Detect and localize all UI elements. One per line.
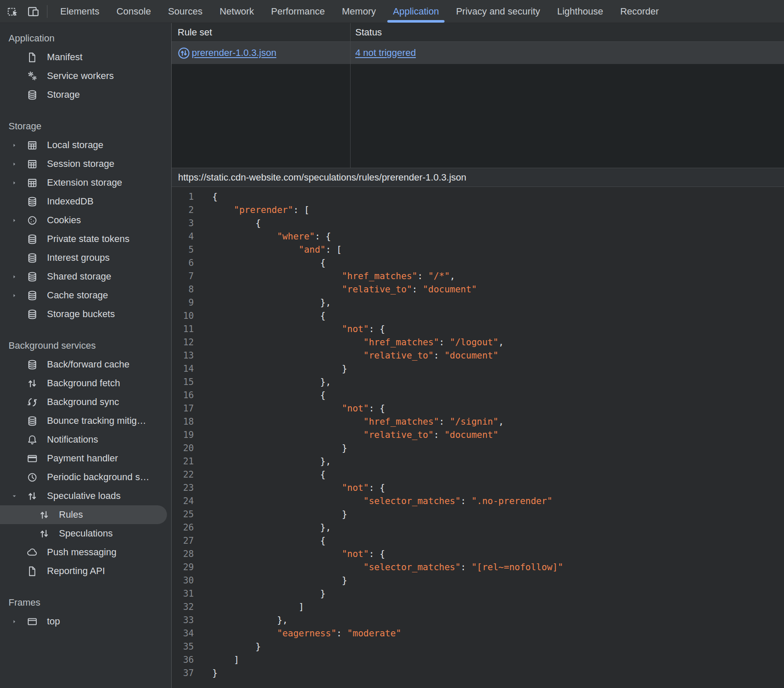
- sidebar-item-storage[interactable]: Storage: [0, 85, 171, 104]
- sidebar-item-session-storage[interactable]: Session storage: [0, 155, 171, 173]
- chevron-right-icon[interactable]: [11, 292, 26, 299]
- sidebar-item-periodic-background-s[interactable]: Periodic background s…: [0, 468, 171, 487]
- main-split: ApplicationManifestService workersStorag…: [0, 23, 784, 688]
- chevron-right-icon[interactable]: [11, 217, 26, 224]
- table-icon: [26, 177, 38, 189]
- chevron-right-icon: [11, 618, 18, 625]
- sidebar-item-payment-handler[interactable]: Payment handler: [0, 449, 171, 468]
- code-line-text: }: [212, 508, 347, 521]
- chevron-right-icon[interactable]: [11, 274, 26, 280]
- chevron-right-icon: [11, 274, 18, 280]
- sidebar-item-service-workers[interactable]: Service workers: [0, 67, 171, 85]
- rule-set-source-url: https://static.cdn-website.com/speculati…: [172, 168, 784, 187]
- line-number: 12: [172, 336, 194, 349]
- device-toolbar-icon: [27, 5, 40, 18]
- code-line: 21 },: [172, 455, 784, 468]
- line-number: 3: [172, 217, 194, 230]
- rule-set-row[interactable]: prerender-1.0.3.json 4 not triggered: [172, 42, 784, 64]
- sidebar-item-label: IndexedDB: [47, 196, 94, 207]
- line-number: 24: [172, 495, 194, 508]
- sidebar-item-bounce-tracking-mitig[interactable]: Bounce tracking mitig…: [0, 411, 171, 430]
- sidebar-item-speculations[interactable]: Speculations: [0, 524, 171, 543]
- tab-application[interactable]: Application: [384, 0, 448, 23]
- tab-console[interactable]: Console: [108, 0, 160, 23]
- inspect-element-button[interactable]: [4, 3, 21, 20]
- sidebar-item-manifest[interactable]: Manifest: [0, 48, 171, 67]
- code-line-text: {: [212, 190, 218, 204]
- tab-lighthouse[interactable]: Lighthouse: [549, 0, 612, 23]
- sidebar-item-label: Interest groups: [47, 252, 110, 263]
- line-number: 19: [172, 429, 194, 442]
- line-number: 32: [172, 601, 194, 614]
- sidebar-item-cookies[interactable]: Cookies: [0, 211, 171, 230]
- database-icon: [26, 359, 38, 370]
- sidebar-item-indexeddb[interactable]: IndexedDB: [0, 192, 171, 211]
- sidebar-item-private-state-tokens[interactable]: Private state tokens: [0, 230, 171, 248]
- sidebar-item-extension-storage[interactable]: Extension storage: [0, 173, 171, 192]
- code-line: 15 },: [172, 376, 784, 389]
- rule-set-table: Rule set Status prerender-1.0.3.json 4 n…: [172, 23, 784, 168]
- clock-icon: [26, 472, 38, 483]
- updown-icon: [26, 378, 38, 389]
- rule-set-file-link[interactable]: prerender-1.0.3.json: [192, 47, 276, 58]
- database-icon: [26, 290, 38, 301]
- line-number: 23: [172, 481, 194, 495]
- sidebar-item-label: Storage: [47, 89, 80, 100]
- sidebar-item-storage-buckets[interactable]: Storage buckets: [0, 305, 171, 324]
- code-line-text: "href_matches": "/signin",: [212, 415, 504, 429]
- sidebar-item-rules[interactable]: Rules: [0, 505, 167, 524]
- line-number: 22: [172, 468, 194, 481]
- code-line: 14 }: [172, 362, 784, 376]
- section-title: Frames: [0, 593, 171, 612]
- table-icon: [26, 158, 38, 170]
- sidebar-item-background-sync[interactable]: Background sync: [0, 393, 171, 411]
- line-number: 37: [172, 667, 194, 680]
- code-line: 18 "href_matches": "/signin",: [172, 415, 784, 429]
- sidebar-item-push-messaging[interactable]: Push messaging: [0, 543, 171, 562]
- devtools-tabbar: ElementsConsoleSourcesNetworkPerformance…: [0, 0, 784, 23]
- sidebar-item-reporting-api[interactable]: Reporting API: [0, 562, 171, 580]
- sidebar-item-background-fetch[interactable]: Background fetch: [0, 374, 171, 393]
- tab-performance[interactable]: Performance: [263, 0, 333, 23]
- sidebar-item-local-storage[interactable]: Local storage: [0, 136, 171, 155]
- sidebar-item-back-forward-cache[interactable]: Back/forward cache: [0, 355, 171, 374]
- chevron-right-icon[interactable]: [11, 142, 26, 149]
- chevron-right-icon[interactable]: [11, 161, 26, 167]
- sidebar-item-interest-groups[interactable]: Interest groups: [0, 248, 171, 267]
- line-number: 29: [172, 561, 194, 574]
- status-link[interactable]: 4 not triggered: [355, 47, 416, 58]
- sidebar-item-label: Local storage: [47, 140, 103, 151]
- tab-elements[interactable]: Elements: [52, 0, 108, 23]
- sidebar-item-notifications[interactable]: Notifications: [0, 430, 171, 449]
- code-line-text: "relative_to": "document": [212, 283, 477, 296]
- tab-privacy-and-security[interactable]: Privacy and security: [448, 0, 549, 23]
- line-number: 21: [172, 455, 194, 468]
- code-line-text: {: [212, 257, 326, 270]
- inspect-icon: [6, 5, 19, 18]
- tab-sources[interactable]: Sources: [159, 0, 211, 23]
- sidebar-item-speculative-loads[interactable]: Speculative loads: [0, 487, 171, 505]
- code-line: 5 "and": [: [172, 243, 784, 257]
- chevron-down-icon[interactable]: [11, 493, 26, 499]
- cookie-icon: [26, 215, 38, 226]
- code-line: 35 }: [172, 640, 784, 653]
- tab-memory[interactable]: Memory: [333, 0, 384, 23]
- chevron-right-icon[interactable]: [11, 180, 26, 186]
- line-number: 14: [172, 362, 194, 376]
- line-number: 20: [172, 442, 194, 455]
- code-line: 32 ]: [172, 601, 784, 614]
- sidebar-item-cache-storage[interactable]: Cache storage: [0, 286, 171, 305]
- table-icon: [26, 140, 38, 151]
- tab-network[interactable]: Network: [211, 0, 263, 23]
- sidebar-item-label: Cache storage: [47, 290, 108, 301]
- chevron-right-icon[interactable]: [11, 618, 26, 625]
- device-toolbar-button[interactable]: [25, 3, 42, 20]
- code-line-text: "href_matches": "/*",: [212, 270, 455, 283]
- sidebar-item-top[interactable]: top: [0, 612, 171, 631]
- code-line-text: {: [212, 468, 326, 481]
- rule-set-table-header: Rule set Status: [172, 23, 784, 42]
- chevron-right-icon: [11, 142, 18, 149]
- tab-recorder[interactable]: Recorder: [611, 0, 667, 23]
- code-line-text: "href_matches": "/logout",: [212, 336, 504, 349]
- sidebar-item-shared-storage[interactable]: Shared storage: [0, 267, 171, 286]
